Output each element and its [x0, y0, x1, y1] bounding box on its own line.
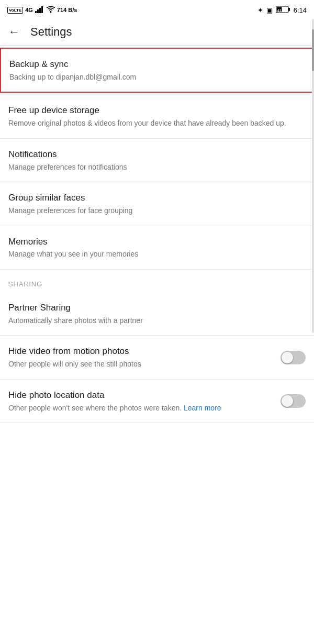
setting-text-partner-sharing: Partner Sharing Automatically share phot…: [8, 302, 306, 326]
time-display: 6:14: [294, 6, 307, 14]
setting-item-partner-sharing[interactable]: Partner Sharing Automatically share phot…: [0, 292, 314, 336]
toggle-hide-video[interactable]: [281, 351, 306, 364]
svg-rect-6: [288, 8, 290, 11]
setting-title-hide-location: Hide photo location data: [8, 389, 274, 402]
section-header-sharing: SHARING: [0, 270, 314, 292]
scrollbar-thumb[interactable]: [312, 29, 314, 71]
setting-text-group-faces: Group similar faces Manage preferences f…: [8, 192, 306, 216]
setting-subtitle-hide-location: Other people won't see where the photos …: [8, 403, 274, 414]
page-title: Settings: [30, 25, 72, 39]
scrollbar-track[interactable]: [312, 19, 314, 333]
status-bar: VoLTE 4G 714 B/s: [0, 0, 314, 19]
setting-item-memories[interactable]: Memories Manage what you see in your mem…: [0, 226, 314, 270]
setting-subtitle-notifications: Manage preferences for notifications: [8, 162, 306, 173]
setting-text-hide-location: Hide photo location data Other people wo…: [8, 389, 274, 413]
setting-item-free-storage[interactable]: Free up device storage Remove original p…: [0, 95, 314, 138]
volte-indicator: VoLTE: [7, 7, 23, 14]
setting-title-group-faces: Group similar faces: [8, 192, 306, 204]
toggle-thumb-hide-location: [282, 395, 293, 407]
status-left: VoLTE 4G 714 B/s: [7, 6, 77, 14]
setting-text-backup-sync: Backup & sync Backing up to dipanjan.dbl…: [9, 58, 305, 82]
setting-title-notifications: Notifications: [8, 148, 306, 161]
setting-subtitle-hide-video: Other people will only see the still pho…: [8, 359, 274, 370]
signal-bars: [35, 6, 44, 14]
setting-title-backup-sync: Backup & sync: [9, 58, 305, 71]
setting-text-free-storage: Free up device storage Remove original p…: [8, 104, 306, 128]
status-right: ✦ ▣ 41 6:14: [257, 6, 307, 15]
svg-point-4: [50, 11, 51, 13]
setting-subtitle-free-storage: Remove original photos & videos from you…: [8, 118, 306, 129]
learn-more-link[interactable]: Learn more: [184, 404, 221, 412]
network-indicator: 4G: [25, 7, 33, 13]
svg-rect-2: [39, 8, 41, 13]
toggle-hide-location[interactable]: [281, 394, 306, 408]
setting-text-notifications: Notifications Manage preferences for not…: [8, 148, 306, 172]
subtitle-text-hide-location: Other people won't see where the photos …: [8, 404, 184, 412]
setting-item-group-faces[interactable]: Group similar faces Manage preferences f…: [0, 182, 314, 226]
setting-text-hide-video: Hide video from motion photos Other peop…: [8, 345, 274, 369]
setting-item-hide-video[interactable]: Hide video from motion photos Other peop…: [0, 336, 314, 379]
bluetooth-icon: ✦: [257, 6, 263, 14]
setting-item-backup-sync[interactable]: Backup & sync Backing up to dipanjan.dbl…: [0, 48, 314, 93]
setting-item-notifications[interactable]: Notifications Manage preferences for not…: [0, 139, 314, 182]
toggle-track-hide-location: [281, 394, 306, 408]
svg-text:41: 41: [277, 9, 282, 13]
setting-subtitle-backup-sync: Backing up to dipanjan.dbl@gmail.com: [9, 72, 305, 83]
svg-rect-0: [35, 11, 37, 13]
setting-subtitle-group-faces: Manage preferences for face grouping: [8, 206, 306, 216]
setting-title-memories: Memories: [8, 236, 306, 248]
setting-title-free-storage: Free up device storage: [8, 104, 306, 117]
setting-text-memories: Memories Manage what you see in your mem…: [8, 236, 306, 260]
setting-title-partner-sharing: Partner Sharing: [8, 302, 306, 314]
wifi-icon: [47, 6, 55, 14]
toggle-thumb-hide-video: [282, 352, 293, 363]
battery-indicator: 41: [276, 6, 290, 15]
back-button[interactable]: ←: [8, 25, 20, 39]
setting-title-hide-video: Hide video from motion photos: [8, 345, 274, 358]
settings-list: Backup & sync Backing up to dipanjan.dbl…: [0, 48, 314, 423]
network-speed: 714 B/s: [57, 7, 77, 13]
svg-rect-1: [37, 9, 39, 13]
svg-rect-3: [41, 6, 43, 13]
vibrate-icon: ▣: [266, 6, 273, 14]
setting-subtitle-partner-sharing: Automatically share photos with a partne…: [8, 316, 306, 326]
setting-subtitle-memories: Manage what you see in your memories: [8, 249, 306, 260]
toggle-track-hide-video: [281, 351, 306, 364]
setting-item-hide-location[interactable]: Hide photo location data Other people wo…: [0, 380, 314, 423]
header: ← Settings: [0, 19, 314, 46]
